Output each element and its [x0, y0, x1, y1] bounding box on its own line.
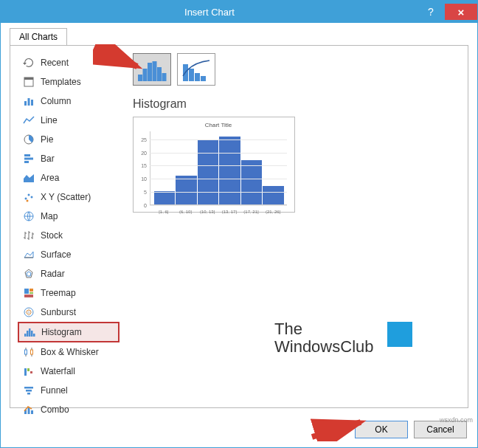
boxwhisker-icon	[23, 346, 35, 358]
svg-rect-19	[30, 292, 33, 294]
subtype-pareto[interactable]	[177, 53, 215, 86]
sidebar-item-treemap[interactable]: Treemap	[18, 283, 119, 303]
y-tick: 25	[136, 137, 147, 142]
y-tick: 10	[136, 176, 147, 182]
sidebar-item-map[interactable]: Map	[18, 207, 119, 226]
svg-rect-6	[24, 154, 30, 156]
waterfall-icon	[23, 365, 35, 377]
stock-icon	[23, 230, 35, 241]
svg-rect-39	[138, 75, 142, 81]
svg-rect-2	[24, 101, 27, 106]
sidebar-item-label: Column	[41, 96, 71, 106]
bar	[263, 186, 284, 204]
sidebar-item-line[interactable]: Line	[18, 111, 119, 130]
sidebar-item-scatter[interactable]: X Y (Scatter)	[18, 187, 119, 207]
svg-rect-42	[153, 61, 157, 81]
sidebar-item-pie[interactable]: Pie	[18, 130, 119, 149]
templates-icon	[23, 76, 35, 88]
subtype-histogram[interactable]	[133, 53, 171, 86]
chart-body: [1, 6](6, 10](10, 13](13, 17](17, 21](21…	[150, 131, 287, 205]
line-icon	[23, 114, 35, 126]
tab-strip: All Charts	[10, 27, 477, 45]
bar	[241, 160, 263, 204]
x-tick: [1, 6]	[153, 210, 175, 214]
sidebar-item-label: X Y (Scatter)	[41, 192, 91, 202]
help-button[interactable]: ?	[418, 4, 443, 20]
watermark-line1: The	[274, 320, 374, 338]
column-icon	[23, 95, 35, 107]
sidebar-item-histogram[interactable]: Histogram	[18, 322, 119, 342]
svg-rect-7	[24, 158, 33, 160]
chart-preview[interactable]: Chart Title [1, 6](6, 10](10, 13](13, 17…	[133, 117, 295, 213]
sidebar-item-templates[interactable]: Templates	[18, 72, 119, 92]
sunburst-icon	[23, 306, 35, 318]
x-tick: (10, 13]	[196, 210, 218, 214]
svg-point-11	[28, 194, 30, 196]
sidebar-item-label: Pie	[41, 134, 53, 145]
close-button[interactable]: ×	[445, 4, 477, 20]
sidebar-item-radar[interactable]: Radar	[18, 264, 119, 283]
ok-button[interactable]: OK	[355, 421, 408, 438]
dialog-content: Recent Templates Column Line Pie Bar Are…	[10, 45, 468, 408]
sidebar-item-combo[interactable]: Combo	[18, 400, 119, 419]
svg-rect-33	[24, 387, 33, 389]
y-tick: 15	[136, 163, 147, 168]
svg-rect-40	[143, 69, 148, 81]
svg-rect-8	[24, 161, 29, 163]
sidebar-item-waterfall[interactable]: Waterfall	[18, 362, 119, 381]
sidebar-item-surface[interactable]: Surface	[18, 245, 119, 264]
histogram-icon	[24, 326, 35, 338]
bar	[176, 176, 197, 204]
tab-all-charts[interactable]: All Charts	[10, 28, 67, 46]
svg-rect-35	[27, 393, 30, 395]
sidebar-item-label: Treemap	[41, 288, 76, 298]
subtype-row	[133, 53, 460, 86]
sidebar-item-label: Box & Whisker	[41, 347, 99, 357]
subtype-name: Histogram	[133, 97, 460, 111]
svg-rect-23	[24, 334, 27, 337]
recent-icon	[23, 57, 35, 69]
sidebar-item-boxwhisker[interactable]: Box & Whisker	[18, 342, 119, 362]
sidebar-item-label: Sunburst	[41, 307, 76, 317]
svg-rect-25	[29, 328, 31, 337]
sidebar-item-column[interactable]: Column	[18, 92, 119, 111]
svg-rect-28	[25, 350, 27, 354]
pie-icon	[23, 134, 35, 145]
x-tick: (13, 17]	[218, 210, 240, 214]
svg-rect-34	[26, 390, 32, 392]
svg-rect-38	[31, 410, 33, 414]
svg-rect-41	[148, 63, 152, 81]
svg-point-10	[25, 198, 27, 200]
bar-icon	[23, 153, 35, 165]
sidebar-item-label: Combo	[41, 404, 69, 415]
sidebar-item-label: Surface	[41, 249, 71, 260]
sidebar-item-stock[interactable]: Stock	[18, 226, 119, 245]
sidebar-item-recent[interactable]: Recent	[18, 53, 119, 72]
svg-rect-24	[27, 331, 29, 337]
svg-rect-3	[28, 98, 30, 106]
funnel-icon	[23, 385, 35, 396]
y-tick: 5	[136, 190, 147, 195]
sidebar-item-sunburst[interactable]: Sunburst	[18, 303, 119, 322]
preview-title: Chart Title	[150, 122, 287, 128]
y-tick: 0	[136, 203, 147, 208]
svg-rect-30	[24, 368, 27, 376]
sidebar-item-label: Templates	[41, 77, 81, 87]
svg-rect-47	[195, 73, 200, 81]
sidebar-item-bar[interactable]: Bar	[18, 149, 119, 168]
sidebar-item-funnel[interactable]: Funnel	[18, 381, 119, 400]
watermark-line2: WindowsClub	[274, 338, 374, 356]
svg-rect-37	[28, 407, 30, 414]
sidebar-item-label: Stock	[41, 230, 63, 241]
svg-rect-29	[31, 350, 33, 354]
svg-point-12	[31, 196, 33, 199]
titlebar: Insert Chart ? ×	[1, 1, 477, 23]
sidebar-item-area[interactable]: Area	[18, 168, 119, 187]
area-icon	[23, 172, 35, 184]
x-tick: (6, 10]	[175, 210, 197, 214]
window-title: Insert Chart	[1, 7, 418, 18]
combo-icon	[23, 404, 35, 416]
watermark-logo-icon	[387, 322, 412, 347]
svg-rect-18	[30, 289, 33, 292]
sidebar-item-label: Line	[41, 115, 58, 125]
